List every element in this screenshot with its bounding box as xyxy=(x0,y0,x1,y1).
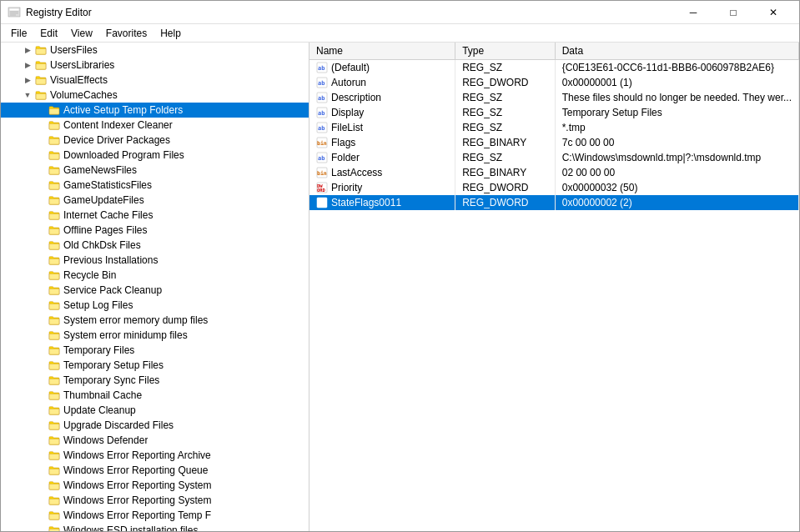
tree-item[interactable]: GameNewsFiles xyxy=(1,163,309,178)
reg-type-icon: ab xyxy=(316,62,328,73)
reg-name-text: LastAccess xyxy=(331,167,382,178)
svg-text:ORD: ORD xyxy=(317,203,326,208)
reg-name-text: Autorun xyxy=(331,77,366,88)
tree-item[interactable]: Temporary Sync Files xyxy=(1,373,309,388)
folder-icon xyxy=(48,193,61,207)
svg-text:ab: ab xyxy=(318,95,325,102)
folder-icon xyxy=(48,314,61,327)
tree-item[interactable]: Windows Error Reporting System xyxy=(1,478,309,493)
tree-item[interactable]: Internet Cache Files xyxy=(1,208,309,223)
table-row[interactable]: DW ORD StateFlags0011REG_DWORD0x00000002… xyxy=(309,195,799,210)
menu-item-help[interactable]: Help xyxy=(153,26,188,40)
tree-item[interactable]: System error memory dump files xyxy=(1,313,309,328)
reg-type-icon: ab xyxy=(316,122,328,133)
tree-item[interactable]: Windows Error Reporting Archive xyxy=(1,448,309,463)
folder-icon xyxy=(48,133,61,147)
tree-item[interactable]: Update Cleanup xyxy=(1,403,309,418)
table-row[interactable]: ab DisplayREG_SZTemporary Setup Files xyxy=(309,105,799,120)
tree-panel[interactable]: ▶ UsersFiles▶ UsersLibraries▶ VisualEffe… xyxy=(1,43,309,531)
reg-type-cell: REG_DWORD xyxy=(455,180,556,195)
reg-data-cell: 7c 00 00 00 xyxy=(555,135,798,150)
menu-item-view[interactable]: View xyxy=(64,26,99,40)
tree-item[interactable]: Downloaded Program Files xyxy=(1,148,309,163)
svg-rect-1 xyxy=(9,8,19,11)
tree-item[interactable]: Windows Error Reporting Temp F xyxy=(1,508,309,523)
close-button[interactable]: ✕ xyxy=(754,4,792,21)
reg-type-icon: ab xyxy=(316,77,328,88)
svg-text:ab: ab xyxy=(318,155,325,162)
reg-type-cell: REG_SZ xyxy=(455,150,556,165)
tree-item[interactable]: Windows Error Reporting Queue xyxy=(1,463,309,478)
reg-name-cell: DW ORD Priority xyxy=(309,180,455,195)
folder-icon xyxy=(34,88,48,102)
folder-icon xyxy=(48,299,61,312)
table-row[interactable]: ab FileListREG_SZ*.tmp xyxy=(309,120,799,135)
reg-data-cell: 0x00000032 (50) xyxy=(555,180,798,195)
title-bar: Registry Editor ─ □ ✕ xyxy=(1,1,799,24)
tree-item-label: Recycle Bin xyxy=(63,269,116,281)
tree-expand-icon[interactable]: ▶ xyxy=(21,76,34,84)
folder-icon xyxy=(48,494,61,507)
tree-item-label: Temporary Setup Files xyxy=(63,359,164,371)
tree-item-label: Thumbnail Cache xyxy=(63,389,142,401)
reg-type-icon: DW ORD xyxy=(316,182,328,193)
tree-item[interactable]: Temporary Setup Files xyxy=(1,358,309,373)
menu-item-favorites[interactable]: Favorites xyxy=(99,26,153,40)
tree-item[interactable]: Upgrade Discarded Files xyxy=(1,418,309,433)
reg-type-cell: REG_SZ xyxy=(455,105,556,120)
table-row[interactable]: ab AutorunREG_DWORD0x00000001 (1) xyxy=(309,75,799,90)
reg-type-icon: bin xyxy=(316,167,328,178)
table-row[interactable]: ab DescriptionREG_SZThese files should n… xyxy=(309,90,799,105)
tree-item[interactable]: Windows Defender xyxy=(1,433,309,448)
right-panel[interactable]: Name Type Data ab (Default)REG_SZ{C0E13E… xyxy=(309,43,799,531)
tree-item-label: Active Setup Temp Folders xyxy=(63,104,183,116)
table-row[interactable]: bin FlagsREG_BINARY7c 00 00 00 xyxy=(309,135,799,150)
table-row[interactable]: bin LastAccessREG_BINARY02 00 00 00 xyxy=(309,165,799,180)
title-bar-left: Registry Editor xyxy=(8,6,92,19)
tree-item[interactable]: GameUpdateFiles xyxy=(1,193,309,208)
minimize-button[interactable]: ─ xyxy=(674,4,712,21)
tree-item[interactable]: Temporary Files xyxy=(1,343,309,358)
reg-type-cell: REG_BINARY xyxy=(455,135,556,150)
registry-table: Name Type Data ab (Default)REG_SZ{C0E13E… xyxy=(309,43,799,210)
tree-item[interactable]: ▼ VolumeCaches xyxy=(1,88,309,103)
maximize-button[interactable]: □ xyxy=(714,4,752,21)
reg-name-text: StateFlags0011 xyxy=(331,197,401,208)
reg-name-text: FileList xyxy=(331,122,363,133)
tree-item[interactable]: Previous Installations xyxy=(1,253,309,268)
folder-icon xyxy=(48,524,61,531)
tree-item[interactable]: ▶ UsersLibraries xyxy=(1,58,309,73)
tree-item[interactable]: Windows Error Reporting System xyxy=(1,493,309,508)
tree-item[interactable]: Content Indexer Cleaner xyxy=(1,118,309,133)
tree-item[interactable]: Thumbnail Cache xyxy=(1,388,309,403)
tree-item[interactable]: Device Driver Packages xyxy=(1,133,309,148)
tree-item[interactable]: Offline Pages Files xyxy=(1,223,309,238)
table-row[interactable]: DW ORD PriorityREG_DWORD0x00000032 (50) xyxy=(309,180,799,195)
tree-item[interactable]: ▶ UsersFiles xyxy=(1,43,309,58)
tree-item[interactable]: ▶ VisualEffects xyxy=(1,73,309,88)
tree-item[interactable]: Windows ESD installation files xyxy=(1,523,309,531)
tree-item[interactable]: Recycle Bin xyxy=(1,268,309,283)
main-content: ▶ UsersFiles▶ UsersLibraries▶ VisualEffe… xyxy=(1,43,799,531)
tree-expand-icon[interactable]: ▶ xyxy=(21,46,34,54)
reg-name-text: Folder xyxy=(331,152,360,163)
tree-expand-icon[interactable]: ▶ xyxy=(21,61,34,69)
reg-type-icon: DW ORD xyxy=(316,197,328,208)
col-name: Name xyxy=(309,43,455,60)
menu-item-file[interactable]: File xyxy=(4,26,33,40)
tree-item[interactable]: Service Pack Cleanup xyxy=(1,283,309,298)
tree-expand-icon[interactable]: ▼ xyxy=(21,91,34,99)
tree-item[interactable]: System error minidump files xyxy=(1,328,309,343)
table-row[interactable]: ab FolderREG_SZC:\Windows\msdownld.tmp|?… xyxy=(309,150,799,165)
folder-icon xyxy=(48,509,61,522)
tree-item[interactable]: Old ChkDsk Files xyxy=(1,238,309,253)
reg-name-text: Flags xyxy=(331,137,355,148)
tree-item[interactable]: GameStatisticsFiles xyxy=(1,178,309,193)
reg-name-cell: ab Autorun xyxy=(309,75,455,90)
tree-item-label: System error memory dump files xyxy=(63,314,208,326)
table-row[interactable]: ab (Default)REG_SZ{C0E13E61-0CC6-11d1-BB… xyxy=(309,60,799,76)
menu-item-edit[interactable]: Edit xyxy=(33,26,64,40)
tree-item[interactable]: Setup Log Files xyxy=(1,298,309,313)
tree-item[interactable]: Active Setup Temp Folders xyxy=(1,103,309,118)
reg-name-cell: bin LastAccess xyxy=(309,165,455,180)
